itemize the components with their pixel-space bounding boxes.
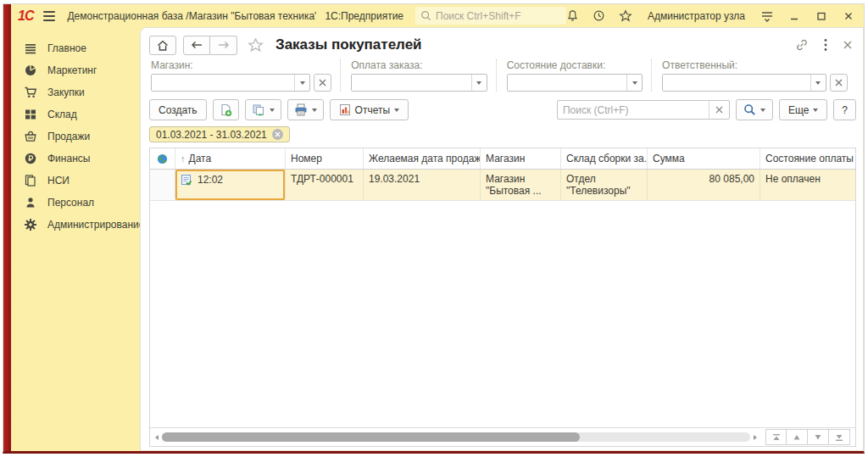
remove-filter-icon[interactable] (272, 129, 283, 140)
payment-combo[interactable] (351, 74, 487, 92)
sidebar-item-sales[interactable]: Продажи (11, 125, 140, 148)
main-menu-icon[interactable] (43, 11, 55, 21)
column-header-sum[interactable]: Сумма (648, 148, 760, 169)
command-bar: Создать Отчеты (149, 99, 856, 120)
copy-button[interactable] (245, 99, 281, 120)
cart-icon (24, 86, 37, 99)
chevron-down-icon (394, 109, 399, 112)
advanced-search-button[interactable] (736, 99, 773, 120)
filter-payment: Оплата заказа: (340, 59, 495, 92)
chevron-down-icon[interactable] (626, 75, 642, 91)
close-window-button[interactable] (842, 9, 855, 23)
home-icon (157, 40, 169, 51)
filter-delivery: Состояние доставки: (496, 59, 651, 92)
reports-button[interactable]: Отчеты (330, 99, 409, 120)
move-up-button[interactable] (787, 429, 808, 445)
cell-shop[interactable]: Магазин "Бытовая ... (481, 170, 561, 200)
favorites-star-icon[interactable] (619, 9, 632, 23)
close-form-icon[interactable] (843, 40, 853, 50)
history-clock-icon[interactable] (593, 9, 605, 22)
shop-clear-button[interactable] (314, 74, 331, 92)
window-title: Демонстрационная база /Магазин "Бытовая … (67, 10, 316, 22)
chevron-down-icon (312, 109, 317, 112)
gear-icon (24, 218, 37, 231)
pie-chart-icon (24, 64, 37, 77)
forward-arrow-icon (218, 41, 230, 49)
1c-logo: 1С (18, 8, 33, 24)
column-header-desired-date[interactable]: Желаемая дата продажи (364, 148, 481, 169)
global-search[interactable] (415, 7, 566, 25)
responsible-clear-button[interactable] (830, 74, 848, 92)
cell-sum[interactable]: 80 085,00 (648, 170, 760, 200)
sidebar-item-personnel[interactable]: Персонал (11, 192, 140, 214)
cell-number[interactable]: ТДРТ-000001 (286, 170, 364, 200)
move-down-button[interactable] (808, 429, 829, 445)
payment-input[interactable] (352, 75, 470, 91)
go-to-first-icon (771, 433, 782, 442)
table-row[interactable]: 12:02 ТДРТ-000001 19.03.2021 Магазин "Бы… (150, 170, 855, 201)
sidebar-item-finance[interactable]: Финансы (11, 148, 140, 170)
go-to-last-icon (834, 433, 844, 442)
responsible-combo[interactable] (662, 74, 826, 92)
table-search-input[interactable] (558, 104, 709, 116)
maximize-button[interactable] (815, 9, 828, 23)
table-footer (150, 427, 855, 446)
cell-desired-date[interactable]: 19.03.2021 (364, 170, 481, 200)
titlebar: 1С Демонстрационная база /Магазин "Бытов… (11, 4, 864, 27)
sidebar-item-main[interactable]: Главное (11, 37, 140, 59)
chevron-down-icon[interactable] (294, 75, 309, 91)
clear-x-icon (319, 79, 326, 86)
sidebar-item-marketing[interactable]: Маркетинг (11, 59, 140, 81)
print-button[interactable] (287, 99, 324, 120)
help-button[interactable]: ? (833, 99, 856, 120)
period-filter-tag[interactable]: 01.03.2021 - 31.03.2021 (149, 126, 290, 142)
data-exchange-column-header[interactable] (150, 148, 175, 169)
scroll-left-icon[interactable] (155, 435, 159, 440)
responsible-input[interactable] (663, 75, 810, 91)
global-search-input[interactable] (436, 10, 561, 22)
more-dots-icon[interactable] (824, 38, 827, 52)
home-button[interactable] (149, 36, 176, 55)
sidebar-item-purchases[interactable]: Закупки (11, 81, 140, 103)
create-button[interactable]: Создать (149, 99, 207, 120)
column-header-date[interactable]: ↑Дата (175, 148, 286, 169)
column-header-payment-status[interactable]: Состояние оплаты (760, 148, 855, 169)
scrollbar-thumb[interactable] (162, 432, 580, 442)
table-search[interactable] (557, 100, 730, 120)
sidebar-item-warehouse[interactable]: Склад (11, 103, 140, 125)
go-to-first-button[interactable] (765, 429, 787, 445)
favorite-star-icon[interactable] (248, 37, 264, 53)
horizontal-scrollbar[interactable] (162, 432, 750, 442)
link-icon[interactable] (795, 38, 809, 52)
current-user[interactable]: Администратор узла (648, 10, 745, 22)
shop-combo[interactable] (151, 74, 310, 92)
panel-settings-icon[interactable] (760, 10, 774, 22)
column-header-warehouse[interactable]: Склад сборки за... (561, 148, 648, 169)
filter-bar: Магазин: Оплата заказа: (149, 59, 856, 92)
notifications-bell-icon[interactable] (566, 9, 579, 22)
form-header: Заказы покупателей (149, 33, 856, 57)
back-button[interactable] (183, 36, 210, 55)
more-button[interactable]: Еще (779, 99, 827, 120)
report-chart-icon (339, 103, 351, 116)
create-new-button[interactable] (213, 99, 239, 120)
go-to-last-button[interactable] (829, 429, 850, 445)
row-marker-cell[interactable] (150, 170, 175, 200)
cell-warehouse[interactable]: Отдел "Телевизоры" (561, 170, 648, 200)
minimize-button[interactable] (787, 9, 801, 23)
delivery-combo[interactable] (507, 74, 643, 92)
delivery-input[interactable] (508, 75, 626, 91)
column-header-number[interactable]: Номер (286, 148, 364, 169)
person-icon (24, 196, 37, 209)
column-header-shop[interactable]: Магазин (481, 148, 561, 169)
chevron-down-icon[interactable] (471, 75, 487, 91)
search-clear-button[interactable] (709, 101, 729, 119)
cell-date-selected[interactable]: 12:02 (175, 170, 286, 200)
shop-input[interactable] (152, 75, 294, 91)
sidebar-item-administration[interactable]: Администрирование (11, 214, 140, 236)
cell-payment-status[interactable]: Не оплачен (760, 170, 855, 200)
scroll-right-icon[interactable] (754, 435, 757, 440)
sidebar-item-nsi[interactable]: НСИ (11, 170, 140, 192)
chevron-down-icon[interactable] (810, 75, 826, 91)
forward-button[interactable] (210, 36, 237, 55)
